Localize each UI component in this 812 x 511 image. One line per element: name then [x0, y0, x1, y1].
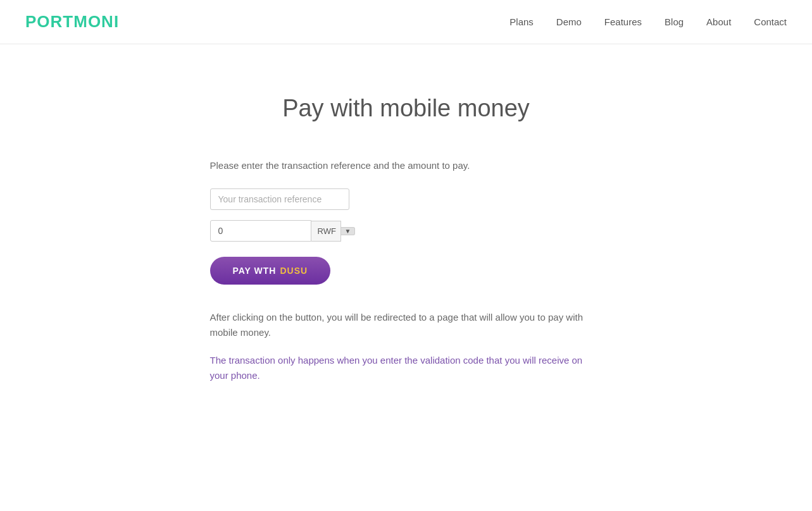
transaction-ref-input[interactable]	[210, 188, 349, 210]
nav-item-features[interactable]: Features	[604, 16, 642, 27]
pay-button[interactable]: PAY WTH DUSU	[210, 257, 331, 285]
logo[interactable]: PORTMONI	[25, 12, 119, 32]
main-content: Pay with mobile money Please enter the t…	[103, 44, 710, 421]
pay-button-highlight: DUSU	[280, 266, 308, 276]
navbar: PORTMONI Plans Demo Features Blog About …	[0, 0, 812, 44]
nav-links: Plans Demo Features Blog About Contact	[509, 16, 787, 28]
amount-input[interactable]	[210, 220, 311, 242]
info-text-redirect: After clicking on the button, you will b…	[210, 310, 603, 340]
instruction-text: Please enter the transaction reference a…	[210, 160, 603, 171]
amount-row: RWF USD EUR ▼	[210, 220, 603, 242]
nav-item-plans[interactable]: Plans	[509, 16, 534, 27]
currency-select[interactable]: RWF USD EUR	[311, 221, 341, 242]
nav-item-demo[interactable]: Demo	[556, 16, 582, 27]
chevron-down-icon: ▼	[345, 228, 351, 235]
page-title: Pay with mobile money	[128, 95, 685, 122]
nav-item-contact[interactable]: Contact	[754, 16, 787, 27]
payment-form: Please enter the transaction reference a…	[210, 160, 603, 383]
info-text-validation: The transaction only happens when you en…	[210, 353, 603, 383]
nav-item-about[interactable]: About	[706, 16, 731, 27]
nav-item-blog[interactable]: Blog	[665, 16, 684, 27]
currency-dropdown-button[interactable]: ▼	[341, 227, 356, 235]
pay-button-prefix: PAY WTH	[233, 266, 277, 276]
